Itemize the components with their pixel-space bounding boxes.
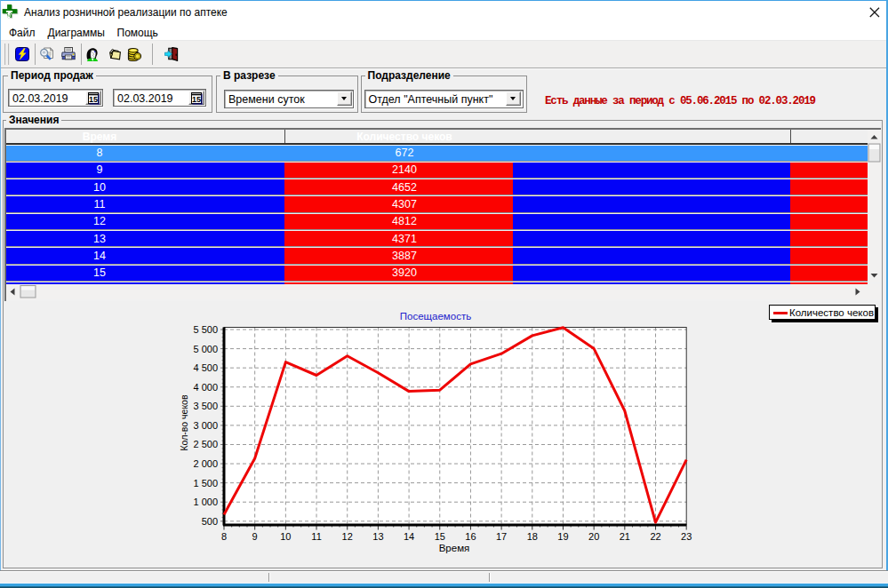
- svg-text:9: 9: [252, 531, 258, 542]
- svg-text:500: 500: [202, 516, 218, 527]
- svg-text:1 000: 1 000: [193, 497, 218, 507]
- svg-text:3 500: 3 500: [193, 401, 218, 411]
- svg-text:18: 18: [527, 531, 538, 542]
- svg-text:16: 16: [465, 531, 476, 542]
- svg-text:2 000: 2 000: [193, 458, 218, 469]
- svg-text:Посещаемость: Посещаемость: [400, 311, 471, 322]
- svg-text:15: 15: [89, 95, 98, 104]
- svg-text:14: 14: [404, 531, 414, 542]
- svg-text:4 500: 4 500: [193, 362, 218, 373]
- svg-text:Время: Время: [439, 543, 470, 553]
- svg-text:4 000: 4 000: [193, 382, 218, 393]
- svg-text:12: 12: [342, 531, 353, 542]
- svg-text:15: 15: [192, 95, 201, 104]
- svg-text:5 000: 5 000: [193, 344, 218, 354]
- svg-text:23: 23: [681, 531, 692, 542]
- svg-text:13: 13: [372, 531, 383, 542]
- svg-text:11: 11: [311, 531, 321, 542]
- svg-text:1 500: 1 500: [193, 478, 218, 489]
- svg-text:20: 20: [588, 531, 599, 542]
- svg-text:Кол-во чеков: Кол-во чеков: [179, 394, 189, 450]
- svg-text:17: 17: [496, 531, 507, 542]
- svg-text:19: 19: [557, 531, 568, 542]
- svg-text:8: 8: [221, 531, 227, 542]
- svg-text:3 000: 3 000: [193, 420, 218, 431]
- svg-text:5 500: 5 500: [193, 324, 218, 335]
- svg-text:22: 22: [650, 531, 660, 542]
- svg-text:10: 10: [280, 531, 291, 542]
- svg-text:2 500: 2 500: [193, 439, 218, 449]
- svg-text:21: 21: [620, 531, 630, 542]
- svg-text:15: 15: [435, 531, 445, 542]
